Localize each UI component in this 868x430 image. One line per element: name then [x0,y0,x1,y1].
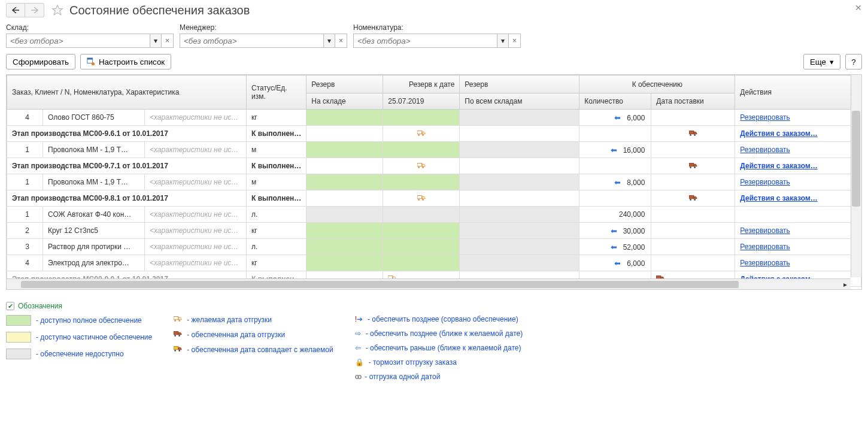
to-provide-qty: ⬅ 52,000 [579,239,651,255]
col-status[interactable]: Статус/Ед. изм. [247,75,306,110]
filter-manager-clear[interactable]: × [335,34,347,48]
table-row[interactable]: 1Проволока ММ - 1,9 Т…<характеристики не… [7,174,861,190]
svg-point-10 [418,166,420,168]
svg-point-8 [694,134,696,136]
reserve-in-stock [306,255,383,271]
filter-nomen-clear[interactable]: × [509,34,521,48]
unit: л. [247,239,306,255]
unit: кг [247,223,306,239]
swatch-full [6,315,31,326]
characteristics: <характеристики не ис… [145,207,247,223]
reserve-to-date [383,142,460,158]
delivery-date [651,239,735,255]
delivery-date [651,223,735,239]
row-action: Резервировать [735,223,861,239]
table-row[interactable]: 2Круг 12 Ст3пс5<характеристики не ис…кг⬅… [7,223,861,239]
col-actions[interactable]: Действия [735,75,861,110]
nav-forward-button[interactable] [25,3,44,17]
reserve-link[interactable]: Резервировать [740,259,790,267]
filter-warehouse-dropdown[interactable]: ▾ [150,34,162,48]
col-reserve-to[interactable]: Резерв к дате [383,75,460,93]
nomen-name: Электрод для электро… [43,255,145,271]
run-button[interactable]: Сформировать [6,54,75,69]
svg-point-14 [694,166,696,168]
arrow-left-blue-icon: ⬅ [611,146,617,155]
filter-warehouse-clear[interactable]: × [162,34,174,48]
horizontal-scrollbar[interactable]: ▸ [7,278,851,289]
svg-point-19 [690,199,691,201]
order-actions-link[interactable]: Действия с заказом… [740,162,817,170]
order-actions-link[interactable]: Действия с заказом… [740,194,817,202]
truck-provided-icon [651,190,735,207]
table-row[interactable]: 1Проволока ММ - 1,9 Т…<характеристики не… [7,142,861,158]
truck-wish-icon [383,126,460,142]
filter-warehouse-input[interactable] [6,34,150,48]
table-row[interactable]: 1СОЖ Автокат Ф-40 кон…<характеристики не… [7,207,861,223]
reserve-in-stock [306,223,383,239]
col-sub-delivery[interactable]: Дата поставки [651,93,735,110]
col-to-provide[interactable]: К обеспечению [579,75,735,93]
filter-manager-dropdown[interactable]: ▾ [323,34,335,48]
order-actions-link[interactable]: Действия с заказом… [740,129,817,138]
row-action: Резервировать [735,239,861,255]
table-row[interactable]: 4Электрод для электро…<характеристики не… [7,255,861,271]
svg-point-7 [690,134,691,136]
favorite-star-icon[interactable] [51,4,63,16]
table-row[interactable]: 3Раствор для протирки …<характеристики н… [7,239,861,255]
col-sub-all[interactable]: По всем складам [460,93,579,110]
reserve-link[interactable]: Резервировать [740,113,790,122]
group-row[interactable]: Этап производства МС00-9.6.1 от 10.01.20… [7,126,861,142]
svg-rect-15 [417,195,422,198]
scroll-right-icon[interactable]: ▸ [841,280,849,289]
arrow-left-blue-icon: ⬅ [614,113,621,122]
characteristics: <характеристики не ис… [145,174,247,190]
to-provide-qty: 240,000 [579,207,651,223]
col-reserve[interactable]: Резерв [306,75,383,93]
truck-wish-icon [174,315,182,324]
arrow-left-icon [12,7,19,13]
group-row[interactable]: Этап производства МС00-9.8.1 от 10.01.20… [7,190,861,207]
col-sub-qty[interactable]: Количество [579,93,651,110]
vertical-scrollbar[interactable] [851,75,861,277]
filter-nomen-dropdown[interactable]: ▾ [497,34,509,48]
legend-toggle-checkbox[interactable]: ✔ [6,302,14,310]
group-row[interactable]: Этап производства МС00-9.7.1 от 10.01.20… [7,158,861,174]
page-title: Состояние обеспечения заказов [69,4,250,17]
col-sub-in-stock[interactable]: На складе [306,93,383,110]
col-reserve2[interactable]: Резерв [460,75,579,93]
delivery-date [651,255,735,271]
reserve-link[interactable]: Резервировать [740,178,790,186]
col-order[interactable]: Заказ, Клиент / N, Номенклатура, Характе… [7,75,247,110]
reserve-link[interactable]: Резервировать [740,243,790,251]
reserve-link[interactable]: Резервировать [740,226,790,235]
filter-manager: Менеджер: ▾ × [180,23,347,48]
configure-list-button[interactable]: Настроить список [80,54,171,69]
scrollbar-thumb-h[interactable] [21,281,739,288]
close-button[interactable]: ✕ [855,3,862,13]
more-menu-button[interactable]: Еще ▾ [803,54,840,69]
reserve-link[interactable]: Резервировать [740,146,790,154]
svg-rect-3 [417,131,422,134]
table-row[interactable]: 4Олово ГОСТ 860-75<характеристики не ис…… [7,110,861,126]
col-sub-date[interactable]: 25.07.2019 [383,93,460,110]
nav-back-button[interactable] [6,3,25,17]
reserve-all [460,110,579,126]
legend: ✔ Обозначения - доступно полное обеспече… [0,290,868,387]
scrollbar-thumb[interactable] [852,111,860,207]
svg-point-17 [422,199,424,201]
nomen-name: СОЖ Автокат Ф-40 кон… [43,207,145,223]
arrow-right-icon [31,7,38,13]
reserve-all [460,174,579,190]
group-title: Этап производства МС00-9.8.1 от 10.01.20… [7,190,247,207]
delivery-date [651,207,735,223]
arrow-left-blue-icon: ⬅ [614,259,621,268]
svg-rect-33 [174,347,178,350]
legend-header[interactable]: ✔ Обозначения [6,302,862,310]
help-button[interactable]: ? [845,54,862,69]
topbar: Состояние обеспечения заказов ✕ [0,0,868,22]
filter-manager-input[interactable] [180,34,323,48]
legend-text: - обеспечить позднее (сорвано обеспечени… [368,315,518,323]
filter-nomen-input[interactable] [353,34,497,48]
filter-manager-label: Менеджер: [180,23,347,32]
svg-point-28 [175,320,177,322]
